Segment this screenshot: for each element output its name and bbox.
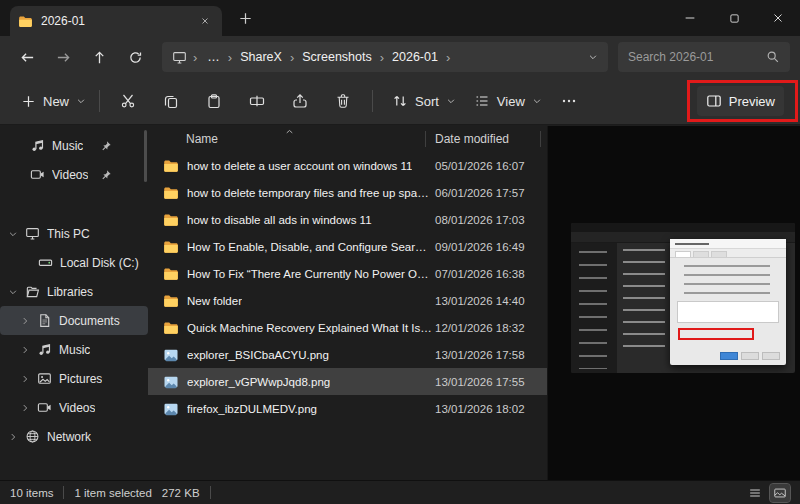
sidebar-item[interactable]: Pictures <box>0 364 148 393</box>
toolbar-divider <box>99 90 100 112</box>
thumbnail-sidebar <box>571 243 617 373</box>
preview-thumbnail <box>571 223 795 373</box>
folder-icon <box>163 239 180 255</box>
column-divider[interactable] <box>425 131 426 147</box>
chevron-right-icon[interactable] <box>20 374 32 384</box>
list-header: Name Date modified <box>148 126 547 152</box>
video-icon <box>30 167 47 182</box>
column-divider[interactable] <box>540 131 541 147</box>
breadcrumb-item[interactable]: ShareX <box>234 47 288 67</box>
preview-pane-icon <box>706 93 722 109</box>
thumbnail-dialog-tabs <box>670 249 786 258</box>
pin-icon <box>100 169 112 181</box>
this-pc-icon <box>172 50 187 65</box>
folder-icon <box>163 185 180 201</box>
more-options-button[interactable] <box>551 85 587 117</box>
file-row[interactable]: how to delete temporary files and free u… <box>148 179 547 206</box>
chevron-right-icon[interactable] <box>20 316 32 326</box>
minimize-button[interactable] <box>668 0 712 36</box>
file-date-modified: 13/01/2026 18:02 <box>435 403 525 415</box>
up-button[interactable] <box>82 40 116 74</box>
preview-toggle-button[interactable]: Preview <box>697 86 784 116</box>
chevron-right-icon[interactable] <box>8 432 20 442</box>
sidebar-scrollbar[interactable] <box>144 130 147 182</box>
file-row[interactable]: How To Enable, Disable, and Configure Se… <box>148 233 547 260</box>
library-icon <box>25 284 42 299</box>
sidebar-item[interactable]: Videos <box>0 160 148 189</box>
sort-icon <box>392 93 408 109</box>
file-row[interactable]: firefox_ibzDULMEDV.png 13/01/2026 18:02 <box>148 395 547 422</box>
copy-button[interactable] <box>153 85 189 117</box>
address-bar[interactable]: › … › ShareX › Screenshots › <box>162 42 608 72</box>
sidebar-item[interactable]: Libraries <box>0 277 148 306</box>
file-row[interactable]: how to disable all ads in windows 11 08/… <box>148 206 547 233</box>
file-date-modified: 08/01/2026 17:03 <box>435 214 525 226</box>
file-date-modified: 13/01/2026 17:55 <box>435 376 525 388</box>
file-rows: how to delete a user account on windows … <box>148 152 547 422</box>
sidebar-item[interactable]: Local Disk (C:) <box>0 248 148 277</box>
maximize-button[interactable] <box>712 0 756 36</box>
file-row[interactable]: New folder 13/01/2026 14:40 <box>148 287 547 314</box>
breadcrumb-chevron-icon[interactable]: › <box>191 50 199 65</box>
file-date-modified: 12/01/2026 18:32 <box>435 322 525 334</box>
sidebar-item-label: Pictures <box>59 372 102 386</box>
chevron-down-icon[interactable] <box>8 287 20 297</box>
explorer-tab[interactable]: 2026-01 <box>10 6 222 36</box>
new-tab-button[interactable] <box>230 3 260 33</box>
chevron-down-icon <box>532 96 542 106</box>
chevron-right-icon[interactable] <box>20 345 32 355</box>
thumbnail-red-annotation <box>678 328 754 340</box>
share-button[interactable] <box>282 85 318 117</box>
thumbnail-dialog-buttons <box>720 352 780 360</box>
sidebar-item[interactable]: Videos <box>0 393 148 422</box>
refresh-button[interactable] <box>118 40 152 74</box>
breadcrumb-chevron-icon[interactable]: › <box>226 50 234 65</box>
chevron-right-icon[interactable] <box>20 403 32 413</box>
delete-button[interactable] <box>325 85 361 117</box>
items-count: 10 items <box>10 487 53 499</box>
file-list: Name Date modified how to delete a user … <box>148 126 547 480</box>
breadcrumb-chevron-icon[interactable]: › <box>378 50 386 65</box>
sidebar-item[interactable]: Music <box>0 131 148 160</box>
breadcrumb-chevron-icon[interactable]: › <box>444 50 452 65</box>
delete-icon <box>335 93 351 109</box>
sidebar-item[interactable]: Music <box>0 335 148 364</box>
paste-button[interactable] <box>196 85 232 117</box>
address-dropdown-icon[interactable] <box>588 52 598 62</box>
sidebar-item[interactable]: Network <box>0 422 148 451</box>
sort-button[interactable]: Sort <box>383 85 465 117</box>
thumbnail-filelist <box>623 249 665 349</box>
breadcrumb-item[interactable]: 2026-01 <box>386 47 444 67</box>
details-view-button[interactable] <box>745 484 765 502</box>
file-row[interactable]: explorer_BSICbaACYU.png 13/01/2026 17:58 <box>148 341 547 368</box>
thumbnail-view-button[interactable] <box>770 484 790 502</box>
column-header-date[interactable]: Date modified <box>435 132 509 146</box>
forward-button[interactable] <box>46 40 80 74</box>
music-icon <box>37 342 54 357</box>
back-button[interactable] <box>10 40 44 74</box>
cut-button[interactable] <box>110 85 146 117</box>
search-input[interactable] <box>628 50 760 64</box>
search-icon[interactable] <box>766 50 780 64</box>
thumbnail-dialog <box>670 239 786 365</box>
breadcrumb-item[interactable]: Screenshots <box>296 47 377 67</box>
close-button[interactable] <box>756 0 800 36</box>
file-row[interactable]: explorer_vGPWwpJqd8.png 13/01/2026 17:55 <box>148 368 547 395</box>
rename-button[interactable] <box>239 85 275 117</box>
new-button[interactable]: New <box>12 85 95 117</box>
folder-icon <box>18 14 33 29</box>
file-row[interactable]: How To Fix “There Are Currently No Power… <box>148 260 547 287</box>
view-button[interactable]: View <box>465 85 551 117</box>
breadcrumb-item[interactable]: … <box>201 47 226 67</box>
breadcrumb-chevron-icon[interactable]: › <box>288 50 296 65</box>
thumbnail-dialog-groupbox <box>677 301 779 323</box>
file-row[interactable]: how to delete a user account on windows … <box>148 152 547 179</box>
chevron-down-icon[interactable] <box>8 229 20 239</box>
tab-title: 2026-01 <box>41 14 188 28</box>
rename-icon <box>249 93 265 109</box>
file-row[interactable]: Quick Machine Recovery Explained What It… <box>148 314 547 341</box>
tab-close-icon[interactable] <box>196 12 214 30</box>
sidebar-item[interactable]: Documents <box>0 306 148 335</box>
column-header-name[interactable]: Name <box>186 132 218 146</box>
sidebar-item[interactable]: This PC <box>0 219 148 248</box>
